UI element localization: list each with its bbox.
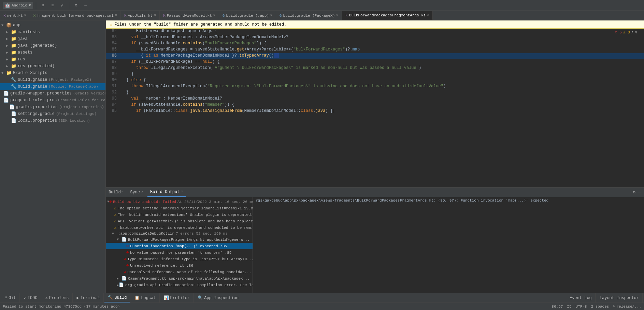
folder-icon: 📁 <box>11 50 16 55</box>
build-tab-sync[interactable]: Sync × <box>127 188 146 197</box>
bottom-tab-problems[interactable]: ⚠ Problems <box>42 293 73 302</box>
tab-passwordviewmodel-kt[interactable]: K PasswordViewModel.kt × <box>160 11 219 20</box>
tree-item-app[interactable]: ▼ 📦 app <box>0 22 105 29</box>
collapse-errors-btn[interactable]: ∧ <box>631 30 634 34</box>
code-line-83: 83 val __bulkForwardPackages : Array<Mem… <box>106 35 644 41</box>
status-branch[interactable]: ⑂ release/... <box>613 305 641 309</box>
build-tree[interactable]: ▼ ⊘ Build px-biz-android: failed At 26/1… <box>106 197 253 293</box>
minimize-button[interactable]: — <box>82 1 90 10</box>
tab-close-btn[interactable]: × <box>154 14 156 17</box>
tree-item-assets[interactable]: ▶ 📁 assets <box>0 49 105 56</box>
tab-fragment-xml[interactable]: X fragment_bulk_forward_packages.xml × <box>30 11 121 20</box>
bottom-tab-layout-inspector[interactable]: Layout Inspector <box>596 293 643 302</box>
tree-item-local-properties[interactable]: 📄 local.properties (SDK Location) <box>0 117 105 124</box>
tab-close-btn[interactable]: × <box>24 14 26 17</box>
build-item-warn4[interactable]: ⚠ 'kapt.use.worker.api' is deprecated an… <box>106 224 253 231</box>
tree-item-settings-gradle[interactable]: 📄 settings.gradle (Project Settings) <box>0 110 105 117</box>
tree-item-build-gradle-project[interactable]: 🔧 build.gradle (Project: PackageX) <box>0 76 105 83</box>
build-item-failed[interactable]: ▼ ⊘ Build px-biz-android: failed At 26/1… <box>106 198 253 205</box>
tab-close-btn[interactable]: × <box>270 14 272 17</box>
status-spaces[interactable]: 2 spaces <box>591 305 609 309</box>
tree-item-res[interactable]: ▶ 📁 res <box>0 56 105 63</box>
event-log-label: Event Log <box>570 296 592 300</box>
build-item-error3[interactable]: ⊘ Type mismatch: inferred type is List<?… <box>106 256 253 262</box>
build-item-error4[interactable]: ⊘ Unresolved reference: it :86 <box>106 262 253 269</box>
settings-button[interactable]: ⚙ <box>72 1 80 10</box>
build-item-gradle-exception[interactable]: ▶ 📄 org.gradle.api.GradleException: Comp… <box>106 282 253 288</box>
tab-close-btn[interactable]: × <box>336 14 338 17</box>
build-item-error2[interactable]: ⊘ No value passed for parameter 'transfo… <box>106 249 253 256</box>
build-panel: Build: Sync × Build Output × ⚙ — <box>106 187 644 293</box>
build-failed-desc: At 26/11/2022 3 min, 16 sec, 26 ms <box>177 200 253 204</box>
build-settings-btn[interactable]: ⚙ <box>632 189 636 195</box>
tree-item-label: java <box>18 36 28 41</box>
branch-text: release/... <box>616 305 641 309</box>
tab-close-btn[interactable]: × <box>115 14 117 17</box>
code-editor[interactable]: 82 BulkForwardPackagesFragmentArgs { 83 … <box>106 29 644 187</box>
build-item-warn2[interactable]: ⚠ The 'kotlin-android-extensions' Gradle… <box>106 211 253 218</box>
tab-build-gradle-app[interactable]: G build.gradle (:app) × <box>219 11 276 20</box>
status-encoding[interactable]: UTF-8 <box>576 305 587 309</box>
status-position[interactable]: 86:67 <box>552 305 563 309</box>
bottom-tab-build[interactable]: 🔨 Build <box>104 293 130 302</box>
build-output-tab-close[interactable]: × <box>181 190 183 194</box>
nav-back-button[interactable]: ⊕ <box>39 1 47 10</box>
status-col: I5 <box>567 305 571 309</box>
sync-tab-label: Sync <box>130 190 140 195</box>
build-item-warn3[interactable]: ⚠ API 'variant.getAssemble()' is obsolet… <box>106 218 253 224</box>
build-item-camera-fragment[interactable]: ▶ 📄 CameraFragment.kt app\src\main\java\… <box>106 275 253 282</box>
tree-item-gradle-wrapper[interactable]: 📄 gradle-wrapper.properties (Gradle Vers… <box>0 90 105 97</box>
build-tab-output[interactable]: Build Output × <box>147 188 186 197</box>
nav-forward-button[interactable]: ≡ <box>48 1 57 10</box>
tree-item-gradle-scripts[interactable]: ▼ 📁 Gradle Scripts <box>0 70 105 76</box>
tree-item-desc: (Module: PackageX.app) <box>48 85 98 89</box>
tree-item-java[interactable]: ▶ 📁 java <box>0 35 105 42</box>
code-line-94: 94 if (savedStateHandle.contains("member… <box>106 102 644 108</box>
warning-icon: ⚠ <box>110 22 112 27</box>
tree-item-res-generated[interactable]: ▶ 📁 res (generated) <box>0 63 105 70</box>
expand-errors-btn[interactable]: ∨ <box>635 30 637 34</box>
gradle-file-icon: 🔧 <box>11 77 16 83</box>
tree-item-manifests[interactable]: ▶ 📁 manifests <box>0 29 105 35</box>
bottom-tab-app-inspection[interactable]: 🔍 App Inspection <box>194 293 242 302</box>
bottom-tab-terminal[interactable]: ▶ Terminal <box>73 293 104 302</box>
folder-icon: 📁 <box>11 63 16 69</box>
build-close-btn[interactable]: — <box>638 189 641 195</box>
tab-ment-kt[interactable]: K ment.kt × <box>0 11 30 20</box>
tree-item-gradle-properties[interactable]: 📄 gradle.properties (Project Properties) <box>0 104 105 110</box>
error-icon: ⊘ <box>126 250 129 255</box>
bottom-tab-logcat[interactable]: 📋 Logcat <box>131 293 159 302</box>
build-item-label: Type mismatch: inferred type is List<???… <box>127 257 253 261</box>
file-icon: 📄 <box>119 282 124 287</box>
project-tree[interactable]: ▼ 📦 app ▶ 📁 manifests ▶ 📁 java ▶ <box>0 20 105 293</box>
tab-close-btn[interactable]: × <box>213 14 215 17</box>
sync-tab-close[interactable]: × <box>141 190 143 194</box>
build-item-bulkforward-file[interactable]: ▼ 📄 BulkForwardPackagesFragmentArgs.kt a… <box>106 236 253 243</box>
tab-close-btn[interactable]: × <box>427 13 429 17</box>
dropdown-arrow[interactable]: ▼ <box>29 3 31 8</box>
build-item-error5[interactable]: ⊘ Unresolved reference. None of the foll… <box>106 269 253 275</box>
bottom-tab-profiler[interactable]: 📊 Profiler <box>160 293 194 302</box>
tab-build-gradle-packagex[interactable]: G build.gradle (PackageX) × <box>276 11 342 20</box>
problems-label: Problems <box>49 296 69 300</box>
sync-button[interactable]: ⇄ <box>58 1 66 10</box>
build-log-output[interactable]: rgs\qa\debug\app\px\packagex\views\fragm… <box>253 197 644 293</box>
tree-item-proguard[interactable]: 📄 proguard-rules.pro (ProGuard Rules for… <box>0 97 105 104</box>
build-item-error1[interactable]: ⊘ Function invocation 'map(...)' expecte… <box>106 243 253 249</box>
tree-item-build-gradle-module[interactable]: 🔧 build.gradle (Module: PackageX.app) <box>0 83 105 90</box>
bottom-tab-event-log[interactable]: Event Log <box>566 293 596 302</box>
error-icon: ⊘ <box>124 269 126 275</box>
properties-file-icon: 📄 <box>11 111 16 117</box>
layout-inspector-label: Layout Inspector <box>600 296 639 300</box>
tab-apputils-kt[interactable]: K AppUtils.kt × <box>121 11 160 20</box>
warning-icon: ⚠ <box>114 219 116 224</box>
bottom-tab-todo[interactable]: ✓ TODO <box>20 293 41 302</box>
warning-bar: ⚠ Files under the "build" folder are gen… <box>106 20 644 29</box>
tree-item-label: proguard-rules.pro <box>10 98 55 103</box>
bottom-tab-git[interactable]: ⑂ Git <box>1 293 20 302</box>
build-item-warn1[interactable]: ⚠ The option setting 'android.jetifier.i… <box>106 205 253 211</box>
tab-bulkforward-kt[interactable]: K BulkForwardPackagesFragmentArgs.kt × <box>342 11 433 20</box>
android-project-badge[interactable]: 🤖 Android ▼ <box>3 2 33 9</box>
tree-item-java-generated[interactable]: ▶ 📁 java (generated) <box>0 42 105 49</box>
build-item-compile-task[interactable]: ▼ :app:compileQaDebugKotlin 7 errors 52 … <box>106 231 253 236</box>
